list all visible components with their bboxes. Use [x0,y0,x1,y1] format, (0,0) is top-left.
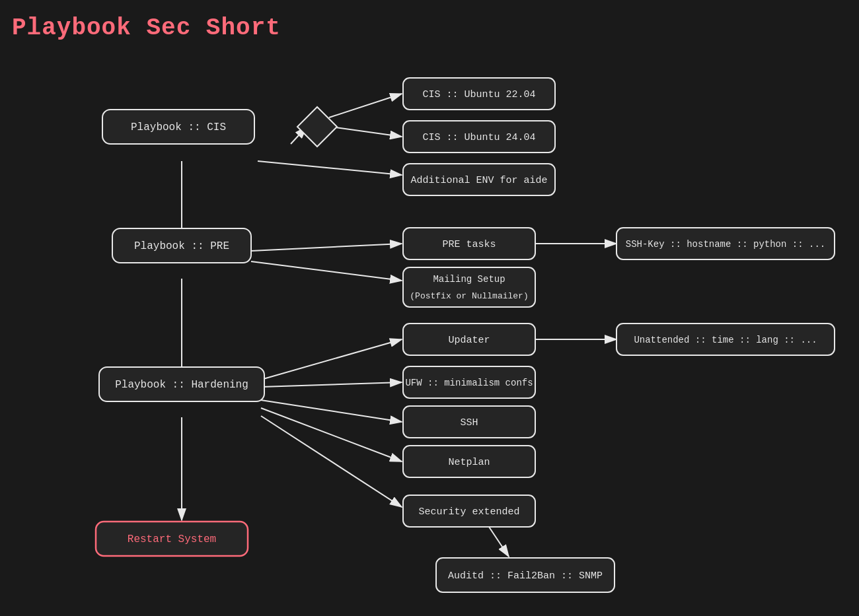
label-updater: Updater [448,335,490,346]
label-cis-ubuntu-22: CIS :: Ubuntu 22.04 [422,89,535,100]
arrow-diamond-to-22 [329,94,402,118]
node-mailing-setup [403,267,535,307]
arrow-hardening-to-ssh [261,400,402,422]
label-cis-ubuntu-24: CIS :: Ubuntu 24.04 [422,132,535,143]
label-ssh: SSH [460,417,478,428]
label-ufw: UFW :: minimalism confs [405,378,533,388]
arrow-hardening-to-netplan [261,408,402,462]
arrow-hardening-to-ufw [261,382,402,387]
label-playbook-cis: Playbook :: CIS [131,121,226,133]
arrow-pre-to-pretasks [251,244,402,251]
label-ssh-key: SSH-Key :: hostname :: python :: ... [626,239,825,250]
node-diamond [297,107,337,147]
label-unattended: Unattended :: time :: lang :: ... [634,335,817,345]
label-restart-system: Restart System [128,533,216,545]
label-playbook-hardening: Playbook :: Hardening [115,379,248,391]
arrow-pre-to-mailing [251,261,402,281]
arrow-hardening-to-security [261,416,402,507]
label-netplan: Netplan [448,457,490,468]
label-playbook-pre: Playbook :: PRE [134,240,229,252]
label-mailing-setup-1: Mailing Setup [433,274,505,285]
arrow-diamond-to-24 [330,127,402,137]
label-auditd: Auditd :: Fail2Ban :: SNMP [448,570,603,582]
arrow-cis-to-env [258,161,402,175]
label-security-extended: Security extended [418,506,519,518]
arrow-security-to-auditd [489,527,509,557]
arrow-hardening-to-updater [261,339,402,380]
label-pre-tasks: PRE tasks [442,239,496,250]
label-mailing-setup-2: (Postfix or Nullmailer) [410,291,528,301]
label-additional-env: Additional ENV for aide [410,175,547,186]
